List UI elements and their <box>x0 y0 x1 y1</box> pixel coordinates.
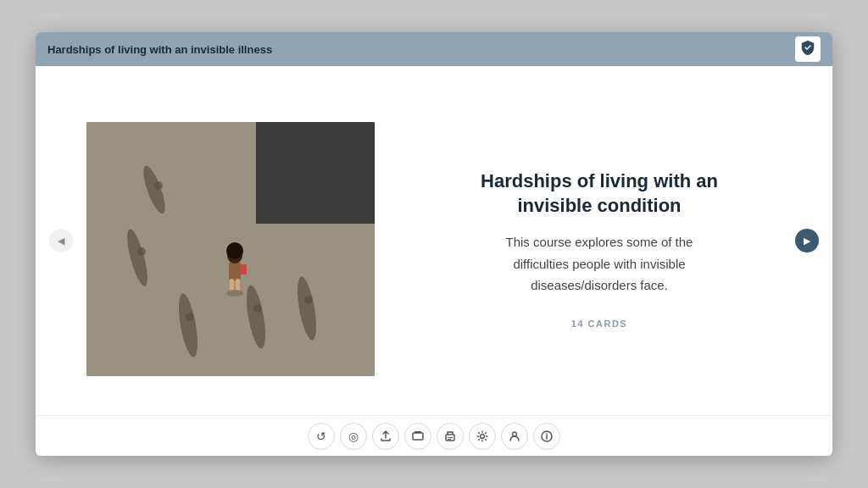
svg-rect-14 <box>229 262 241 280</box>
slide-image <box>86 122 375 376</box>
toolbar: ↺ ◎ <box>36 415 832 456</box>
svg-rect-19 <box>240 264 247 274</box>
cards-button[interactable] <box>404 423 431 450</box>
shield-icon <box>800 40 815 58</box>
svg-point-16 <box>226 242 243 259</box>
svg-point-7 <box>137 247 146 256</box>
person-button[interactable] <box>501 423 528 450</box>
svg-rect-17 <box>230 279 234 291</box>
svg-point-11 <box>253 304 262 313</box>
settings-button[interactable] <box>469 423 496 450</box>
svg-point-20 <box>226 290 243 297</box>
svg-rect-3 <box>256 224 375 376</box>
slide-text-block: Hardships of living with an invisible co… <box>417 169 782 329</box>
badge-container <box>795 36 821 62</box>
svg-rect-21 <box>413 433 423 440</box>
svg-point-13 <box>304 296 313 304</box>
svg-rect-1 <box>256 122 375 224</box>
slide-area: ◀ <box>36 66 832 415</box>
svg-rect-25 <box>448 439 451 440</box>
titlebar: Hardships of living with an invisible il… <box>36 32 832 66</box>
slide-description: This course explores some of the difficu… <box>481 231 718 297</box>
svg-point-9 <box>186 313 194 321</box>
cards-count: 14 CARDS <box>571 319 627 329</box>
svg-rect-24 <box>448 437 453 438</box>
svg-rect-22 <box>415 431 421 433</box>
svg-point-5 <box>154 181 163 190</box>
info-button[interactable] <box>533 423 560 450</box>
svg-rect-18 <box>236 279 240 291</box>
eye-button[interactable]: ◎ <box>340 423 367 450</box>
content-area: ◀ <box>36 66 832 456</box>
window-title: Hardships of living with an invisible il… <box>47 43 272 56</box>
reset-button[interactable]: ↺ <box>308 423 335 450</box>
slide-heading: Hardships of living with an invisible co… <box>481 169 718 218</box>
svg-point-26 <box>481 434 485 438</box>
share-button[interactable] <box>372 423 399 450</box>
prev-button[interactable]: ◀ <box>49 229 73 252</box>
main-window: Hardships of living with an invisible il… <box>36 32 832 456</box>
next-button[interactable]: ▶ <box>795 229 819 252</box>
print-button[interactable] <box>437 423 464 450</box>
